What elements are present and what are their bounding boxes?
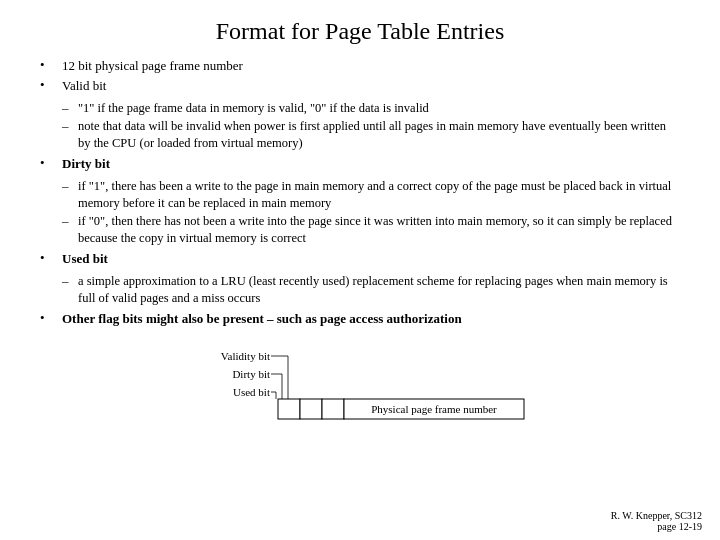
frame-number-label: Physical page frame number: [371, 403, 497, 415]
bullet-icon-used: •: [40, 250, 62, 266]
bullet-icon-other: •: [40, 310, 62, 326]
valid-sub-2: – note that data will be invalid when po…: [62, 118, 680, 152]
used-label: Used bit: [62, 250, 108, 268]
dirty-sub-text-2: if "0", then there has not been a write …: [78, 213, 680, 247]
dirty-label: Dirty bit: [62, 155, 110, 173]
valid-sub-bullets: – "1" if the page frame data in memory i…: [62, 100, 680, 153]
validity-label: Validity bit: [221, 350, 270, 362]
bullet-text-2: Valid bit: [62, 77, 106, 95]
bullet-row-dirty: • Dirty bit: [40, 155, 680, 173]
dirty-label-diag: Dirty bit: [232, 368, 270, 380]
used-sub-text-1: a simple approximation to a LRU (least r…: [78, 273, 680, 307]
dirty-sub-text-1: if "1", there has been a write to the pa…: [78, 178, 680, 212]
bullet-icon-dirty: •: [40, 155, 62, 171]
other-label: Other flag bits might also be present – …: [62, 310, 462, 328]
footer-page: page 12-19: [611, 521, 702, 532]
bullet-icon-2: •: [40, 77, 62, 93]
bullet-row-used: • Used bit: [40, 250, 680, 268]
footer: R. W. Knepper, SC312 page 12-19: [611, 510, 702, 532]
valid-sub-text-2: note that data will be invalid when powe…: [78, 118, 680, 152]
dirty-section: • Dirty bit: [40, 155, 680, 175]
diagram-area: Validity bit Dirty bit Used bit: [40, 342, 680, 422]
box-2: [300, 399, 322, 419]
bullet-icon-1: •: [40, 57, 62, 73]
bullet-row-1: • 12 bit physical page frame number: [40, 57, 680, 75]
page-table-diagram: Validity bit Dirty bit Used bit: [170, 342, 550, 422]
used-label-diag: Used bit: [233, 386, 270, 398]
valid-sub-text-1: "1" if the page frame data in memory is …: [78, 100, 429, 117]
used-sub-bullets: – a simple approximation to a LRU (least…: [62, 273, 680, 308]
used-section: • Used bit: [40, 250, 680, 270]
page-title: Format for Page Table Entries: [40, 18, 680, 45]
bullet-row-other: • Other flag bits might also be present …: [40, 310, 680, 328]
dirty-sub-bullets: – if "1", there has been a write to the …: [62, 178, 680, 248]
footer-author: R. W. Knepper, SC312: [611, 510, 702, 521]
dash-icon-5: –: [62, 273, 78, 289]
dash-icon-2: –: [62, 118, 78, 134]
other-section: • Other flag bits might also be present …: [40, 310, 680, 330]
bullet-row-2: • Valid bit: [40, 77, 680, 95]
page: Format for Page Table Entries • 12 bit p…: [0, 0, 720, 540]
bullet-section-main: • 12 bit physical page frame number • Va…: [40, 57, 680, 96]
dirty-sub-2: – if "0", then there has not been a writ…: [62, 213, 680, 247]
dash-icon-3: –: [62, 178, 78, 194]
dash-icon-1: –: [62, 100, 78, 116]
dirty-sub-1: – if "1", there has been a write to the …: [62, 178, 680, 212]
valid-sub-1: – "1" if the page frame data in memory i…: [62, 100, 680, 117]
box-1: [278, 399, 300, 419]
bullet-text-1: 12 bit physical page frame number: [62, 57, 243, 75]
used-sub-1: – a simple approximation to a LRU (least…: [62, 273, 680, 307]
dash-icon-4: –: [62, 213, 78, 229]
diagram-svg: Validity bit Dirty bit Used bit: [170, 342, 550, 422]
box-3: [322, 399, 344, 419]
